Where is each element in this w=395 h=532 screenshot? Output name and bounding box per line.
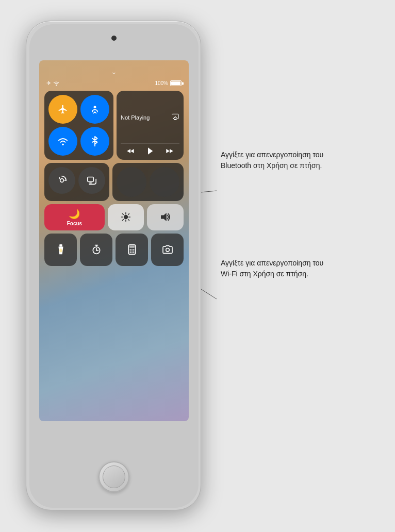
svg-marker-23 <box>161 213 167 221</box>
focus-button[interactable]: 🌙 Focus <box>44 204 105 230</box>
ipod-touch-device: ⌄ ✈ 100% <box>26 21 201 510</box>
wifi-status-icon <box>53 81 59 86</box>
now-playing-block: Not Playing <box>117 91 184 160</box>
front-camera <box>111 36 117 41</box>
svg-point-39 <box>133 252 135 253</box>
status-bar: ✈ 100% <box>44 80 184 87</box>
annotation-bluetooth-text: Αγγίξτε για απενεργοποίηση του Bluetooth… <box>221 151 323 170</box>
airplane-mode-icon: ✈ <box>46 80 51 87</box>
svg-marker-9 <box>166 149 170 153</box>
svg-point-36 <box>133 250 135 251</box>
calculator-icon <box>127 244 137 255</box>
svg-marker-6 <box>127 149 131 153</box>
wifi-button[interactable] <box>48 127 77 156</box>
brightness-button[interactable] <box>108 204 144 230</box>
svg-marker-10 <box>170 149 173 153</box>
svg-point-11 <box>60 179 64 182</box>
annotation-wifi: Αγγίξτε για απενεργοποίηση του Wi-Fi στη… <box>221 258 324 279</box>
play-button[interactable] <box>146 147 154 157</box>
volume-icon <box>160 212 171 222</box>
svg-point-37 <box>129 252 131 253</box>
airplay-icon[interactable] <box>171 113 179 122</box>
screen-mirror-button[interactable] <box>78 167 105 194</box>
bluetooth-button[interactable] <box>80 127 109 156</box>
cc-row-2 <box>44 163 184 201</box>
svg-rect-33 <box>129 246 135 248</box>
svg-point-26 <box>59 249 62 253</box>
svg-point-2 <box>94 106 96 108</box>
home-button-inner <box>103 466 125 488</box>
timer-icon <box>91 244 102 255</box>
scene: Αγγίξτε για απενεργοποίηση του Bluetooth… <box>0 0 395 532</box>
svg-point-38 <box>131 252 133 253</box>
svg-point-14 <box>124 215 128 219</box>
annotation-wifi-text: Αγγίξτε για απενεργοποίηση του Wi-Fi στη… <box>221 259 323 278</box>
wifi-icon <box>57 137 69 146</box>
svg-point-40 <box>166 248 169 252</box>
tile3-button <box>117 167 146 197</box>
svg-point-34 <box>129 250 131 251</box>
cc-row-3: 🌙 Focus <box>44 204 184 230</box>
svg-marker-7 <box>130 149 134 153</box>
flashlight-icon <box>57 244 65 255</box>
svg-marker-8 <box>148 147 153 154</box>
focus-icon: 🌙 <box>69 208 80 220</box>
svg-rect-5 <box>174 119 176 120</box>
row2-left <box>44 163 109 201</box>
cc-grid: Not Playing <box>44 91 184 266</box>
device-inner: ⌄ ✈ 100% <box>29 24 199 508</box>
volume-button[interactable] <box>147 204 184 230</box>
svg-point-35 <box>131 250 133 251</box>
control-center: ⌄ ✈ 100% <box>39 60 189 421</box>
status-left: ✈ <box>46 80 59 87</box>
svg-rect-12 <box>88 177 93 182</box>
flashlight-button[interactable] <box>44 234 77 266</box>
row2-right <box>112 163 184 201</box>
np-controls <box>117 144 184 160</box>
tile4-button <box>150 167 179 197</box>
svg-rect-24 <box>59 244 62 247</box>
status-right: 100% <box>155 80 182 86</box>
airplane-mode-button[interactable] <box>48 95 77 124</box>
connectivity-block <box>44 91 113 160</box>
svg-line-22 <box>128 214 129 215</box>
now-playing-top: Not Playing <box>117 91 184 143</box>
camera-icon <box>162 245 173 254</box>
bluetooth-icon <box>91 136 99 147</box>
now-playing-title: Not Playing <box>121 114 150 121</box>
fast-forward-button[interactable] <box>166 147 174 156</box>
cc-row-4 <box>44 234 184 266</box>
home-button[interactable] <box>98 461 129 492</box>
battery-icon <box>170 80 182 86</box>
chevron-indicator: ⌄ <box>111 68 117 76</box>
focus-label: Focus <box>67 221 82 226</box>
svg-line-17 <box>123 214 124 215</box>
battery-percent: 100% <box>155 80 168 86</box>
svg-line-18 <box>128 220 129 221</box>
svg-line-21 <box>123 220 124 221</box>
timer-button[interactable] <box>80 234 112 266</box>
airdrop-button[interactable] <box>80 95 109 124</box>
battery-fill <box>171 81 180 85</box>
brightness-icon <box>121 212 131 222</box>
cc-row-1: Not Playing <box>44 91 184 160</box>
rotation-lock-button[interactable] <box>48 167 75 194</box>
camera-shortcut-button[interactable] <box>151 234 184 266</box>
rewind-button[interactable] <box>126 147 135 156</box>
calculator-button[interactable] <box>116 234 148 266</box>
svg-point-3 <box>62 144 64 146</box>
screen: ⌄ ✈ 100% <box>39 60 189 421</box>
annotation-bluetooth: Αγγίξτε για απενεργοποίηση του Bluetooth… <box>221 149 324 171</box>
